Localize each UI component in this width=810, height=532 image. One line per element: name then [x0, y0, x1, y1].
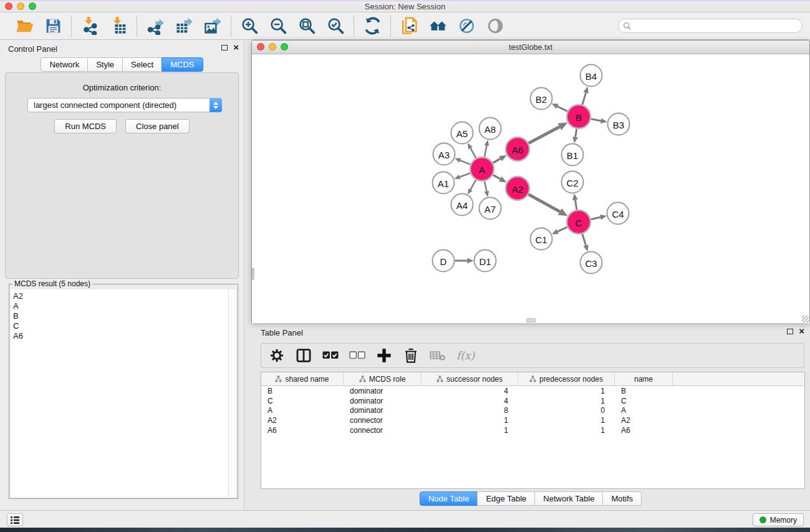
criterion-select[interactable]: largest connected component (directed) [27, 98, 222, 112]
mcds-result-item[interactable]: A [13, 301, 228, 311]
tab-mcds[interactable]: MCDS [162, 57, 203, 72]
close-table-panel-icon[interactable]: × [799, 328, 804, 334]
network-hscroll-handle[interactable] [526, 318, 536, 322]
deselect-all-columns-button[interactable] [349, 347, 365, 364]
graph-edge-C-C2[interactable] [575, 200, 576, 210]
graph-arrowhead [455, 158, 461, 163]
graph-edge-A-A6[interactable] [493, 158, 500, 163]
graph-edge-A-A1[interactable] [460, 173, 470, 177]
table-cell: 4 [422, 397, 518, 405]
hierarchy-icon [529, 375, 536, 382]
search-input[interactable] [618, 19, 803, 33]
export-network-button[interactable] [143, 16, 167, 37]
network-window: testGlobe.txt B4B2BB3A5A8A6A3B1AC2A1A2A4… [251, 40, 810, 323]
table-row[interactable]: Adominator80A [261, 405, 804, 415]
mcds-result-item[interactable]: B [13, 311, 228, 321]
graph-node-label: C2 [566, 178, 578, 188]
mcds-result-item[interactable]: A2 [13, 291, 228, 301]
export-table-button[interactable] [172, 16, 196, 37]
graph-arrowhead [454, 175, 460, 179]
graph-edge-B-B3[interactable] [591, 119, 601, 121]
export-table-icon [175, 17, 193, 35]
graph-edge-A-A2[interactable] [493, 175, 501, 179]
delete-column-button[interactable] [403, 347, 419, 364]
column-header-name[interactable]: name [615, 372, 673, 385]
close-panel-icon[interactable]: × [233, 44, 239, 51]
function-builder-button[interactable]: f(x) [456, 349, 475, 362]
show-panels-button[interactable] [483, 16, 507, 37]
import-table-button[interactable] [107, 16, 130, 37]
graph-edge-A-A5[interactable] [470, 148, 476, 158]
network-canvas[interactable]: B4B2BB3A5A8A6A3B1AC2A1A2A4A7C4CC1C3DD1 [252, 54, 809, 323]
tab-motifs[interactable]: Motifs [602, 491, 642, 506]
copy-network-button[interactable] [397, 16, 421, 37]
tab-network-table[interactable]: Network Table [534, 491, 603, 506]
tab-node-table[interactable]: Node Table [420, 491, 478, 506]
graph-edge-A2-C[interactable] [529, 195, 560, 212]
graph-edge-C-C4[interactable] [591, 217, 600, 219]
select-all-columns-button[interactable] [322, 347, 339, 364]
graph-node-label: A4 [456, 200, 468, 211]
table-row[interactable]: A6connector11A6 [261, 425, 804, 435]
mcds-result-list: A2ABCA6 [11, 289, 228, 497]
run-mcds-button[interactable]: Run MCDS [54, 119, 117, 133]
mcds-result-item[interactable]: A6 [13, 331, 228, 341]
mcds-result-item[interactable]: C [13, 321, 228, 331]
mcds-result-title: MCDS result (5 nodes) [12, 279, 92, 288]
graph-edge-B-B1[interactable] [576, 129, 577, 137]
open-session-button[interactable] [12, 16, 36, 37]
network-window-titlebar[interactable]: testGlobe.txt [252, 41, 809, 54]
column-header-predecessor-nodes[interactable]: predecessor nodes [518, 372, 615, 385]
table-cell: connector [344, 416, 422, 425]
column-header-label: shared name [285, 375, 329, 384]
column-header-mcds-role[interactable]: MCDS role [344, 372, 422, 385]
save-session-button[interactable] [41, 16, 65, 37]
result-list-scrollbar[interactable] [228, 289, 236, 497]
graph-edge-B-B4[interactable] [582, 93, 586, 105]
zoom-in-button[interactable] [238, 16, 261, 37]
home-button[interactable] [426, 16, 450, 37]
tab-select[interactable]: Select [122, 57, 162, 72]
graph-edge-C-C1[interactable] [557, 227, 567, 231]
tab-style[interactable]: Style [87, 57, 123, 72]
table-row[interactable]: A2connector11A2 [261, 415, 804, 425]
graph-edge-B-B2[interactable] [557, 107, 567, 112]
copy-document-icon [400, 17, 418, 35]
column-header-successor-nodes[interactable]: successor nodes [422, 372, 518, 385]
graph-edge-A-A8[interactable] [485, 145, 487, 157]
zoom-fit-icon [298, 17, 316, 35]
memory-button[interactable]: Memory [753, 513, 804, 526]
graph-edge-C-C3[interactable] [582, 234, 586, 245]
tab-edge-table[interactable]: Edge Table [477, 491, 535, 506]
import-network-button[interactable] [78, 16, 102, 37]
graph-edge-A-A7[interactable] [485, 181, 486, 191]
graph-edge-A6-B[interactable] [529, 127, 560, 143]
hierarchy-icon [436, 375, 443, 382]
hide-panels-button[interactable] [455, 16, 478, 37]
node-table: shared nameMCDS rolesuccessor nodesprede… [261, 372, 805, 489]
graph-edge-A-A3[interactable] [460, 160, 471, 165]
show-columns-button[interactable] [296, 347, 312, 364]
graph-edge-A-A4[interactable] [471, 180, 476, 189]
control-panel-tabs: NetworkStyleSelectMCDS [0, 57, 244, 72]
export-image-button[interactable] [201, 16, 224, 37]
float-table-panel-icon[interactable] [787, 329, 793, 334]
network-vscroll-handle[interactable] [252, 268, 254, 280]
network-resize-grip[interactable] [802, 316, 809, 322]
float-panel-icon[interactable] [221, 45, 228, 51]
table-settings-button[interactable] [269, 347, 285, 364]
zoom-fit-button[interactable] [295, 16, 319, 37]
tab-network[interactable]: Network [41, 57, 88, 72]
close-panel-button[interactable]: Close panel [125, 119, 190, 133]
table-cell: dominator [344, 387, 422, 395]
delete-table-button[interactable] [430, 347, 446, 364]
zoom-selected-button[interactable] [324, 16, 347, 37]
task-history-button[interactable] [7, 513, 23, 526]
column-header-shared-name[interactable]: shared name [261, 372, 344, 385]
graph-node-label: C3 [585, 258, 597, 269]
table-row[interactable]: Bdominator41B [261, 386, 804, 396]
zoom-out-button[interactable] [266, 16, 290, 37]
table-row[interactable]: Cdominator41C [261, 396, 804, 406]
refresh-button[interactable] [360, 16, 384, 37]
add-column-button[interactable] [376, 347, 392, 364]
